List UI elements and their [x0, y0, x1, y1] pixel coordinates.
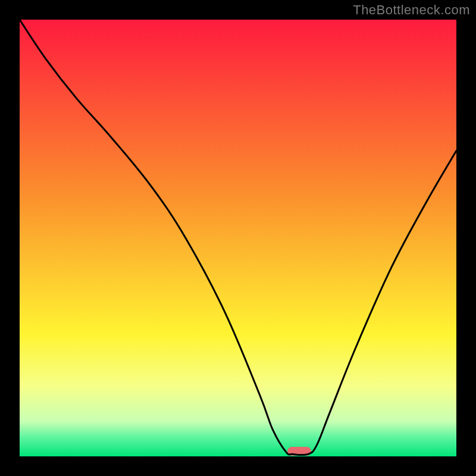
plot-area: [20, 20, 456, 456]
bottleneck-curve: [20, 20, 456, 456]
watermark-text: TheBottleneck.com: [353, 2, 470, 18]
chart-frame: TheBottleneck.com: [0, 0, 476, 476]
